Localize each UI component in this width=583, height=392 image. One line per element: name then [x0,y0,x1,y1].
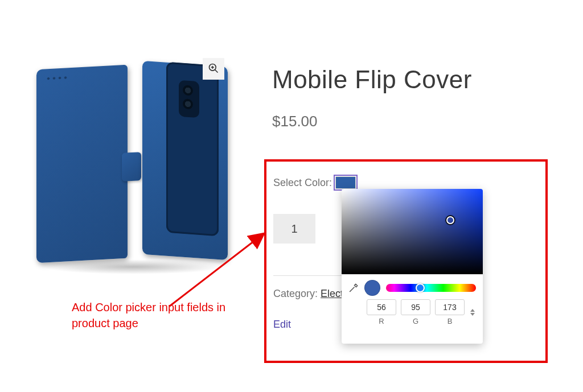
rgb-b-input[interactable] [435,299,465,315]
hue-slider[interactable] [386,284,476,292]
product-title: Mobile Flip Cover [272,65,472,94]
quantity-input[interactable] [273,214,315,244]
category-link[interactable]: Elect [321,288,343,299]
color-picker-popup: R G B [342,189,483,344]
product-price: $15.00 [272,113,318,130]
svg-line-1 [215,69,218,72]
divider [273,275,342,276]
rgb-r-label: R [379,317,384,325]
color-swatch-input[interactable] [335,176,356,189]
product-illustration [36,67,224,272]
zoom-button[interactable] [203,58,224,80]
category-label: Category: [273,288,321,299]
annotation-text: Add Color picker input fields in product… [72,299,231,331]
saturation-value-area[interactable] [342,189,483,274]
eyedropper-icon [348,285,359,295]
hue-thumb[interactable] [416,283,425,292]
rgb-g-label: G [413,317,418,325]
rgb-g-input[interactable] [401,299,430,315]
color-mode-toggle[interactable] [469,304,476,320]
product-image [25,50,232,272]
category-line: Category: Elect [273,288,343,300]
eyedropper-button[interactable] [348,283,359,293]
sv-cursor[interactable] [446,216,454,224]
rgb-r-input[interactable] [367,299,396,315]
edit-link[interactable]: Edit [273,319,291,331]
select-color-label: Select Color: [273,177,332,189]
rgb-b-label: B [447,317,453,325]
current-color-preview [364,280,380,296]
magnifier-plus-icon [208,63,219,76]
